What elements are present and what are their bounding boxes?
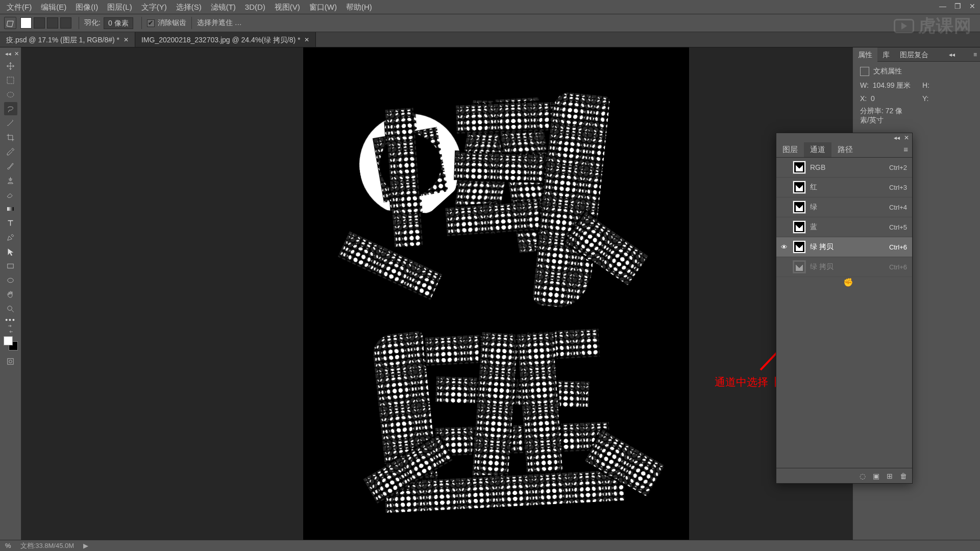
- document-tabs: 疫.psd @ 17.1% (图层 1, RGB/8#) * ✕ IMG_202…: [0, 32, 980, 47]
- quick-mask-icon[interactable]: [4, 355, 17, 368]
- window-minimize-icon[interactable]: —: [937, 1, 949, 11]
- crop-tool[interactable]: [4, 131, 17, 144]
- visibility-toggle[interactable]: [779, 203, 789, 212]
- intersect-selection-icon[interactable]: [60, 17, 71, 29]
- active-tool-icon[interactable]: [4, 17, 16, 29]
- visibility-toggle[interactable]: [779, 183, 789, 192]
- antialias-checkbox[interactable]: ✔: [147, 19, 155, 27]
- menu-layer[interactable]: 图层(L): [103, 0, 136, 14]
- svg-rect-6: [8, 358, 13, 364]
- channel-row[interactable]: 蓝 Ctrl+5: [776, 217, 912, 237]
- gradient-tool[interactable]: [4, 202, 17, 215]
- properties-title: 文档属性: [873, 67, 902, 76]
- menu-help[interactable]: 帮助(H): [341, 0, 377, 14]
- channel-shortcut: Ctrl+5: [889, 223, 907, 231]
- path-select-tool[interactable]: [4, 245, 17, 258]
- channel-row[interactable]: 绿 Ctrl+4: [776, 197, 912, 217]
- lasso-tool[interactable]: [4, 102, 17, 115]
- menu-view[interactable]: 视图(V): [270, 0, 305, 14]
- save-selection-icon[interactable]: ▣: [873, 472, 879, 480]
- delete-icon[interactable]: 🗑: [900, 472, 907, 480]
- zoom-level[interactable]: %: [5, 542, 11, 549]
- menu-window[interactable]: 窗口(W): [305, 0, 341, 14]
- subtract-selection-icon[interactable]: [47, 17, 58, 29]
- magic-wand-tool[interactable]: [4, 116, 17, 130]
- tab-paths[interactable]: 路径: [831, 142, 859, 157]
- menu-type[interactable]: 文字(Y): [137, 0, 172, 14]
- doc-size[interactable]: 文档:33.8M/45.0M: [20, 541, 75, 550]
- svg-point-7: [9, 360, 12, 363]
- select-and-mask-button[interactable]: 选择并遮住 …: [197, 18, 242, 28]
- edit-toolbar-icon[interactable]: •••: [4, 316, 17, 324]
- status-arrow-icon[interactable]: ▶: [83, 542, 88, 549]
- document-tab[interactable]: 疫.psd @ 17.1% (图层 1, RGB/8#) * ✕: [0, 32, 135, 47]
- channel-row[interactable]: RGB Ctrl+2: [776, 158, 912, 178]
- ellipse-tool[interactable]: [4, 273, 17, 287]
- menu-file[interactable]: 文件(F): [2, 0, 36, 14]
- feather-input[interactable]: 0 像素: [104, 17, 133, 29]
- move-tool[interactable]: [4, 59, 17, 72]
- svg-rect-2: [7, 207, 14, 210]
- close-icon[interactable]: ✕: [124, 32, 129, 47]
- document-tab[interactable]: IMG_20200218_232703.jpg @ 24.4%(绿 拷贝/8) …: [135, 32, 316, 47]
- color-swatches[interactable]: [4, 336, 18, 350]
- menu-image[interactable]: 图像(I): [71, 0, 103, 14]
- svg-point-1: [7, 92, 14, 97]
- clone-stamp-tool[interactable]: [4, 173, 17, 187]
- window-close-icon[interactable]: ✕: [967, 1, 978, 11]
- eraser-tool[interactable]: [4, 188, 17, 201]
- zoom-tool[interactable]: [4, 302, 17, 315]
- hand-tool[interactable]: [4, 288, 17, 301]
- rect-marquee-tool[interactable]: [4, 73, 17, 87]
- panel-collapse-icon[interactable]: ◂◂: [946, 47, 958, 62]
- pen-tool[interactable]: [4, 231, 17, 244]
- artboard: [303, 47, 689, 540]
- panel-close-icon[interactable]: ✕: [904, 134, 909, 141]
- tab-channels[interactable]: 通道: [804, 142, 831, 157]
- tab-library[interactable]: 库: [877, 47, 895, 62]
- window-restore-icon[interactable]: ❐: [952, 1, 964, 11]
- tab-layers[interactable]: 图层: [776, 142, 804, 157]
- visibility-toggle[interactable]: [779, 163, 789, 172]
- svg-point-5: [8, 306, 12, 310]
- panel-close-icon[interactable]: ✕: [14, 51, 19, 59]
- channel-shortcut: Ctrl+6: [889, 243, 907, 251]
- antialias-label: 消除锯齿: [158, 18, 186, 28]
- menu-3d[interactable]: 3D(D): [240, 0, 270, 14]
- svg-rect-0: [7, 77, 14, 84]
- visibility-toggle[interactable]: 👁: [779, 242, 789, 252]
- new-channel-icon[interactable]: ⊞: [887, 472, 893, 480]
- load-selection-icon[interactable]: ◌: [860, 472, 866, 480]
- rectangle-tool[interactable]: [4, 259, 17, 272]
- watermark: 虎课网: [894, 14, 972, 38]
- menu-edit[interactable]: 编辑(E): [36, 0, 71, 14]
- eyedropper-tool[interactable]: [4, 145, 17, 158]
- visibility-toggle[interactable]: [779, 222, 789, 232]
- swap-colors-icon[interactable]: [4, 324, 17, 333]
- status-bar: % 文档:33.8M/45.0M ▶: [0, 540, 980, 551]
- new-selection-icon[interactable]: [20, 17, 32, 29]
- channel-row[interactable]: 红 Ctrl+3: [776, 178, 912, 197]
- tab-layer-comps[interactable]: 图层复合: [895, 47, 934, 62]
- panel-menu-icon[interactable]: ≡: [970, 47, 980, 62]
- brush-tool[interactable]: [4, 159, 17, 172]
- menu-select[interactable]: 选择(S): [172, 0, 206, 14]
- channel-row[interactable]: 👁 绿 拷贝 Ctrl+6: [776, 237, 912, 257]
- menu-filter[interactable]: 滤镜(T): [206, 0, 240, 14]
- channel-shortcut: Ctrl+2: [889, 164, 907, 171]
- channel-thumb: [793, 240, 806, 254]
- panel-collapse-icon[interactable]: ◂◂: [894, 134, 900, 141]
- type-tool[interactable]: [4, 216, 17, 230]
- channels-panel[interactable]: ◂◂ ✕ 图层 通道 路径 ≡ RGB Ctrl+2 红 Ctrl+3 绿 Ct…: [776, 133, 913, 484]
- svg-rect-3: [8, 264, 13, 268]
- tab-properties[interactable]: 属性: [853, 47, 877, 62]
- ellipse-marquee-tool[interactable]: [4, 88, 17, 101]
- channel-thumb: [793, 201, 806, 214]
- foreground-color-swatch[interactable]: [4, 336, 13, 345]
- add-selection-icon[interactable]: [34, 17, 45, 29]
- close-icon[interactable]: ✕: [304, 32, 309, 47]
- options-bar: 羽化: 0 像素 ✔ 消除锯齿 选择并遮住 …: [0, 14, 980, 32]
- channel-label: 绿: [810, 203, 817, 212]
- panel-collapse-icon[interactable]: ◂◂: [5, 51, 11, 59]
- panel-menu-icon[interactable]: ≡: [899, 142, 912, 157]
